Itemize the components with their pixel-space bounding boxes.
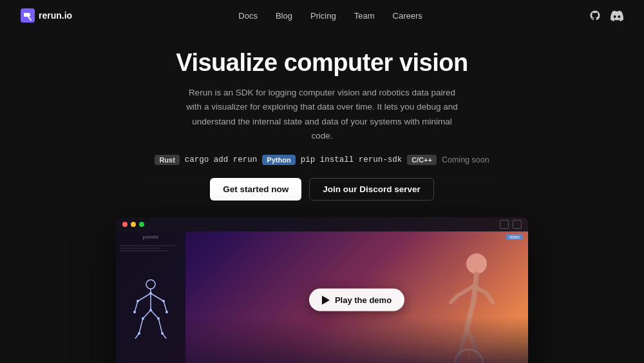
svg-point-20 — [166, 311, 168, 313]
window-control-icon — [500, 220, 509, 229]
titlebar-right-icons — [500, 220, 522, 229]
svg-line-9 — [139, 319, 143, 333]
discord-icon[interactable] — [611, 9, 623, 22]
svg-point-18 — [157, 317, 160, 320]
code-snippets: Rust cargo add rerun Python pip install … — [155, 155, 489, 165]
svg-point-17 — [142, 317, 144, 320]
ground-overlay — [185, 317, 528, 363]
nav-blog[interactable]: Blog — [276, 11, 292, 21]
window-control-icon-2 — [513, 220, 522, 229]
github-icon[interactable] — [589, 9, 601, 22]
svg-point-13 — [149, 292, 152, 295]
discord-button[interactable]: Join our Discord server — [309, 178, 434, 201]
svg-point-19 — [133, 311, 136, 313]
nav-links: Docs Blog Pricing Team Careers — [238, 11, 422, 21]
nav-pricing[interactable]: Pricing — [310, 11, 336, 21]
panel-label: points — [116, 231, 185, 241]
nav-docs[interactable]: Docs — [238, 11, 258, 21]
logo[interactable]: rerun.io — [21, 8, 72, 23]
svg-point-14 — [137, 300, 139, 302]
svg-point-1 — [146, 280, 155, 289]
svg-point-23 — [466, 253, 487, 274]
play-icon — [322, 295, 330, 304]
hero-section: Visualize computer vision Rerun is an SD… — [0, 31, 644, 363]
hero-buttons: Get started now Join our Discord server — [210, 178, 434, 201]
nav-team[interactable]: Team — [354, 11, 375, 21]
skeleton-figure-area — [116, 255, 185, 363]
play-label: Play the demo — [335, 295, 392, 305]
svg-line-10 — [158, 319, 162, 333]
logo-icon — [21, 8, 35, 23]
demo-container: points — [116, 217, 528, 363]
svg-line-6 — [164, 301, 167, 312]
svg-line-3 — [138, 293, 151, 301]
svg-line-4 — [151, 293, 164, 301]
svg-line-7 — [143, 310, 151, 319]
nav-social-icons — [589, 9, 623, 22]
nav-careers[interactable]: Careers — [393, 11, 422, 21]
close-dot — [122, 222, 128, 227]
svg-line-8 — [151, 310, 158, 319]
app-chrome: points — [116, 217, 528, 363]
navbar: rerun.io Docs Blog Pricing Team Careers — [0, 0, 644, 31]
hero-title: Visualize computer vision — [176, 49, 468, 77]
skeleton-3 — [120, 250, 169, 251]
app-titlebar — [116, 217, 528, 231]
get-started-button[interactable]: Get started now — [210, 178, 301, 201]
rust-code: cargo add rerun — [185, 155, 258, 164]
svg-point-22 — [161, 332, 164, 335]
skeleton-figure — [125, 277, 176, 348]
cpp-badge: C/C++ — [407, 155, 437, 165]
app-main-area: video — [185, 231, 528, 363]
rust-badge: Rust — [155, 155, 179, 165]
svg-point-16 — [149, 309, 152, 311]
hero-description: Rerun is an SDK for logging computer vis… — [184, 86, 460, 143]
app-body: points — [116, 231, 528, 363]
coming-soon-text: Coming soon — [442, 155, 489, 164]
python-code: pip install rerun-sdk — [301, 155, 402, 164]
svg-point-21 — [138, 332, 140, 335]
skeleton-2 — [120, 248, 162, 249]
minimize-dot — [131, 222, 136, 227]
skeleton-1 — [120, 245, 175, 246]
svg-point-15 — [162, 300, 165, 302]
left-panel: points — [116, 231, 185, 363]
play-button[interactable]: Play the demo — [309, 289, 404, 311]
svg-line-5 — [135, 301, 138, 312]
logo-text: rerun.io — [39, 10, 72, 21]
python-badge: Python — [262, 155, 295, 165]
maximize-dot — [139, 222, 144, 227]
